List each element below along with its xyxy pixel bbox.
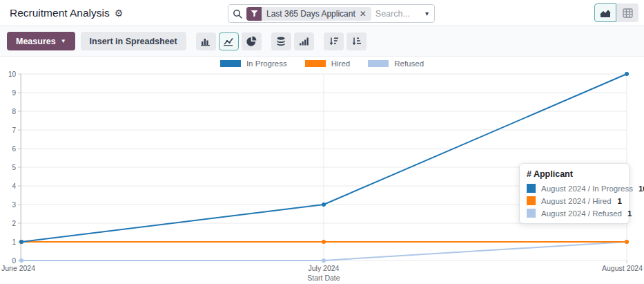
chart-area: In Progress Hired Refused 012345678910Ju… <box>0 57 644 284</box>
legend-swatch <box>305 60 326 67</box>
svg-text:6: 6 <box>12 145 16 153</box>
search-dropdown-caret-icon[interactable]: ▾ <box>424 10 430 17</box>
control-panel-header: Recruitment Analysis ⚙ Last 365 Days App… <box>0 0 644 26</box>
svg-text:9: 9 <box>12 89 16 97</box>
facet-label: Last 365 Days Applicant <box>266 9 355 19</box>
chart-tooltip: # Applicant August 2024 / In Progress 10… <box>519 163 630 224</box>
search-input[interactable] <box>375 9 424 19</box>
sort-amount-asc-icon <box>351 37 362 46</box>
pie-chart-icon <box>246 36 257 46</box>
tooltip-row: August 2024 / Refused 1 <box>527 209 622 218</box>
page-title: Recruitment Analysis <box>10 7 110 19</box>
svg-text:Start Date: Start Date <box>307 274 340 282</box>
legend-item-refused[interactable]: Refused <box>368 59 424 68</box>
tooltip-swatch <box>527 184 536 193</box>
tooltip-title: # Applicant <box>527 169 622 179</box>
svg-text:July 2024: July 2024 <box>309 264 340 272</box>
legend-item-hired[interactable]: Hired <box>305 59 350 68</box>
gear-icon[interactable]: ⚙ <box>115 8 124 18</box>
legend-swatch <box>368 60 389 67</box>
cumulative-toggle-button[interactable] <box>294 32 314 50</box>
sort-ascending-button[interactable] <box>347 32 367 50</box>
line-chart-button[interactable] <box>219 32 239 50</box>
search-bar[interactable]: Last 365 Days Applicant ✕ ▾ <box>228 4 435 23</box>
chart-legend: In Progress Hired Refused <box>0 59 644 68</box>
svg-text:June 2024: June 2024 <box>1 264 35 272</box>
svg-text:8: 8 <box>12 108 16 115</box>
view-switcher <box>594 3 638 22</box>
pivot-table-icon <box>623 8 633 18</box>
sort-amount-desc-icon <box>329 37 339 46</box>
tooltip-row: August 2024 / In Progress 10 <box>527 184 622 193</box>
svg-text:5: 5 <box>12 164 16 171</box>
tooltip-row: August 2024 / Hired 1 <box>527 196 622 205</box>
ascending-bars-icon <box>299 37 309 46</box>
pie-chart-button[interactable] <box>242 32 262 50</box>
pivot-view-button[interactable] <box>616 3 638 22</box>
area-chart-icon <box>600 8 611 18</box>
svg-text:10: 10 <box>8 70 17 78</box>
facet-remove-icon[interactable]: ✕ <box>360 10 367 18</box>
bar-chart-icon <box>200 37 211 46</box>
graph-view-button[interactable] <box>594 3 616 22</box>
tooltip-swatch <box>527 196 536 205</box>
svg-text:1: 1 <box>12 238 16 246</box>
filter-icon <box>246 7 262 21</box>
svg-text:7: 7 <box>12 126 16 134</box>
svg-text:2: 2 <box>12 220 16 227</box>
svg-text:0: 0 <box>12 257 16 265</box>
graph-toolbar: Measures ▼ Insert in Spreadsheet <box>0 26 644 57</box>
svg-text:August 2024: August 2024 <box>602 264 643 272</box>
search-facet[interactable]: Last 365 Days Applicant ✕ <box>246 7 371 21</box>
bar-chart-button[interactable] <box>196 32 216 50</box>
insert-in-spreadsheet-button[interactable]: Insert in Spreadsheet <box>81 32 186 50</box>
search-icon <box>233 9 242 19</box>
sort-descending-button[interactable] <box>324 32 344 50</box>
measures-button[interactable]: Measures ▼ <box>7 32 75 50</box>
svg-text:4: 4 <box>12 182 16 190</box>
tooltip-swatch <box>527 209 536 218</box>
stacked-toggle-button[interactable] <box>271 32 291 50</box>
stacked-icon <box>276 37 286 46</box>
svg-text:3: 3 <box>12 201 16 209</box>
line-chart-icon <box>223 37 234 46</box>
legend-swatch <box>220 60 241 67</box>
caret-down-icon: ▼ <box>61 39 66 44</box>
legend-item-in-progress[interactable]: In Progress <box>220 59 287 68</box>
